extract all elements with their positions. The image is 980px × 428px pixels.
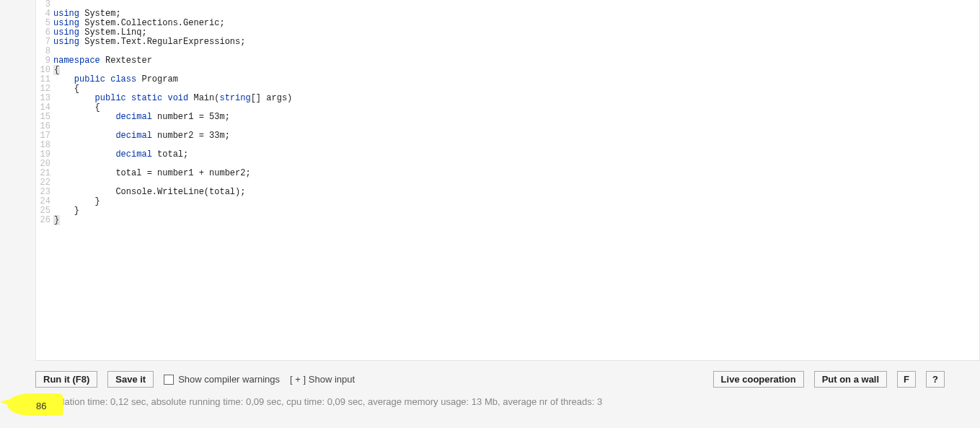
code-area[interactable]: using System;using System.Collections.Ge… (53, 0, 979, 225)
code-token: { (95, 102, 100, 113)
put-on-wall-button[interactable]: Put on a wall (814, 371, 887, 388)
line-number: 26 (36, 216, 50, 225)
code-token: System.Collections.Generic; (84, 18, 224, 28)
code-line[interactable]: { (53, 66, 979, 75)
code-token: } (53, 215, 60, 225)
checkbox-box-icon (164, 375, 174, 385)
code-token: namespace (53, 56, 105, 66)
program-output: 86 (7, 401, 63, 411)
code-token: Main( (193, 93, 219, 103)
code-line[interactable]: } (53, 197, 979, 206)
code-token: System.Text.RegularExpressions; (84, 37, 245, 47)
fullscreen-button[interactable]: F (897, 371, 916, 388)
code-token: number1 = 53m; (157, 112, 230, 122)
code-token: total = number1 + number2; (115, 168, 250, 178)
output-highlight: 86 (7, 393, 63, 416)
code-line[interactable]: decimal number1 = 53m; (53, 113, 979, 122)
code-line[interactable]: total = number1 + number2; (53, 169, 979, 178)
compilation-status: Compilation time: 0,12 sec, absolute run… (35, 396, 945, 407)
show-input-toggle[interactable]: [ + ] Show input (290, 374, 355, 385)
code-token: public static void (95, 93, 194, 103)
code-token: [] args) (251, 93, 293, 103)
save-button[interactable]: Save it (107, 371, 154, 388)
code-token: number2 = 33m; (157, 131, 230, 141)
code-line[interactable] (53, 47, 979, 56)
code-token: Rextester (105, 56, 152, 66)
help-button[interactable]: ? (926, 371, 945, 388)
code-token: System.Linq; (84, 27, 146, 38)
show-compiler-warnings-checkbox[interactable]: Show compiler warnings (164, 374, 280, 385)
code-line[interactable]: } (53, 206, 979, 216)
toolbar: Run it (F8) Save it Show compiler warnin… (35, 371, 945, 388)
code-line[interactable] (53, 141, 979, 150)
code-token: decimal (115, 112, 157, 122)
code-token: decimal (115, 131, 157, 141)
code-line[interactable] (53, 0, 979, 9)
code-token: { (53, 65, 60, 75)
code-line[interactable]: namespace Rextester (53, 56, 979, 66)
code-line[interactable]: using System.Collections.Generic; (53, 19, 979, 28)
code-token: decimal (115, 149, 157, 160)
code-line[interactable]: } (53, 216, 979, 225)
code-token: System; (84, 9, 120, 19)
code-line[interactable]: decimal total; (53, 150, 979, 160)
code-line[interactable]: public class Program (53, 75, 979, 84)
code-token: string (219, 93, 250, 103)
code-token: using (53, 18, 84, 28)
code-line[interactable]: public static void Main(string[] args) (53, 94, 979, 103)
code-token: } (74, 206, 79, 216)
code-line[interactable]: using System.Text.RegularExpressions; (53, 38, 979, 47)
code-token: { (74, 84, 79, 94)
code-token: using (53, 27, 84, 38)
code-token: } (95, 196, 100, 206)
code-token: using (53, 37, 84, 47)
code-line[interactable]: Console.WriteLine(total); (53, 188, 979, 197)
code-token: Program (141, 74, 177, 84)
show-compiler-warnings-label: Show compiler warnings (178, 374, 280, 385)
code-token: using (53, 9, 84, 19)
code-token: Console.WriteLine(total); (115, 187, 245, 197)
code-token: public class (74, 74, 142, 84)
code-line[interactable]: decimal number2 = 33m; (53, 131, 979, 141)
line-number-gutter: 3456789101112131415161718192021222324252… (36, 0, 53, 225)
live-cooperation-button[interactable]: Live cooperation (713, 371, 804, 388)
editor-frame: 3456789101112131415161718192021222324252… (35, 0, 980, 361)
code-token: total; (157, 149, 188, 160)
run-button[interactable]: Run it (F8) (35, 371, 97, 388)
